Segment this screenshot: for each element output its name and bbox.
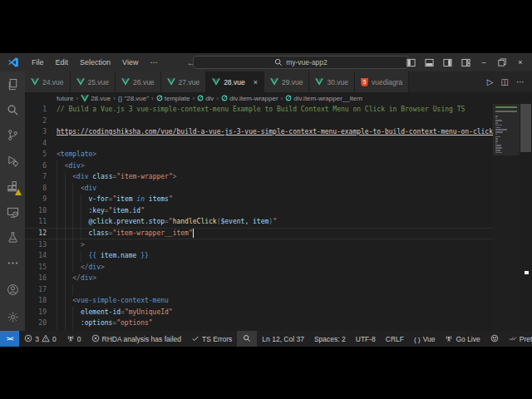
toggle-panel-right-icon[interactable] [441, 56, 454, 69]
tab-24-vue[interactable]: 24.vue [25, 71, 71, 92]
status-language-mode[interactable]: { }Vue [409, 331, 440, 347]
activity-source-control-icon[interactable] [0, 123, 25, 149]
code-line-8[interactable]: 8<div [25, 183, 493, 195]
tab-close-icon[interactable]: × [254, 78, 258, 86]
line-number: 3 [25, 126, 47, 138]
menu-file[interactable]: File [26, 53, 50, 71]
status-rhda-status[interactable]: RHDA analysis has failed [86, 331, 186, 347]
breadcrumb-item[interactable]: {} "28.vue" [118, 95, 149, 102]
code-content[interactable]: 1// Build a Vue.js 3 vue-simple-context-… [25, 104, 493, 331]
status-ports[interactable]: 0 [62, 331, 86, 347]
status-label: 0 [52, 335, 57, 343]
code-line-13[interactable]: 13> [25, 239, 493, 251]
breadcrumb-item[interactable]: div.item-wrapper [221, 95, 278, 102]
activity-explorer-icon[interactable] [0, 71, 25, 97]
status-ts-errors[interactable]: TS Errors [186, 331, 237, 347]
customize-layout-icon[interactable] [459, 56, 472, 69]
text-cursor [193, 229, 194, 238]
activity-search-icon[interactable] [0, 97, 25, 123]
activity-accounts-icon[interactable] [0, 276, 25, 303]
code-line-19[interactable]: 19element-id="myUniqueId" [25, 307, 493, 318]
minimap-line [495, 145, 501, 146]
status-problems[interactable]: 30 [19, 331, 61, 347]
tab-label: vuediagra [372, 78, 402, 86]
line-number: 8 [25, 183, 47, 195]
activity-settings-icon[interactable] [0, 303, 25, 331]
remote-indicator[interactable]: >< [0, 331, 19, 347]
tab-25-vue[interactable]: 25.vue [71, 71, 116, 92]
warning-icon [42, 334, 50, 344]
status-search-status[interactable] [237, 331, 257, 347]
tab-29-vue[interactable]: 29.vue [264, 71, 310, 92]
menu-[interactable]: ⋯ [144, 53, 163, 71]
code-line-14[interactable]: 14{{ item.name }} [25, 250, 493, 262]
code-line-5[interactable]: 5<template> [25, 149, 493, 160]
activity-testing-icon[interactable] [0, 225, 25, 251]
breadcrumb-item[interactable]: div.item-wrapper__item [285, 95, 362, 102]
scrollbar-thumb[interactable] [520, 104, 531, 152]
vertical-scrollbar[interactable] [520, 104, 532, 331]
code-line-17[interactable]: 17 [25, 284, 493, 296]
activity-run-and-debug-icon[interactable] [0, 148, 25, 174]
minimize-icon[interactable]: – [477, 56, 490, 69]
code-line-12[interactable]: 12class="item-wrapper__item" [25, 228, 493, 239]
activity-more-icon[interactable] [0, 250, 25, 276]
tab-label: 28.vue [224, 78, 245, 86]
menu-selection[interactable]: Selection [74, 53, 116, 71]
breadcrumb-item[interactable]: future [57, 95, 73, 102]
status-cursor-position[interactable]: Ln 12, Col 37 [257, 331, 309, 347]
breadcrumb-separator: › [151, 95, 154, 102]
code-line-20[interactable]: 20:options="options" [25, 318, 493, 329]
line-number: 19 [25, 307, 47, 318]
code-line-1[interactable]: 1// Build a Vue.js 3 vue-simple-context-… [25, 104, 493, 116]
code-line-9[interactable]: 9v-for="item in items" [25, 194, 493, 205]
code-line-7[interactable]: 7<div class="item-wrapper"> [25, 171, 493, 183]
code-line-10[interactable]: 10:key="item.id" [25, 205, 493, 217]
tab-27-vue[interactable]: 27.vue [161, 71, 207, 92]
line-number: 10 [25, 205, 47, 217]
more-actions-icon[interactable]: ⋯ [516, 77, 525, 86]
minimap-line [495, 140, 498, 142]
minimap[interactable] [493, 104, 520, 331]
split-editor-icon[interactable]: ◫ [501, 77, 509, 86]
status-go-live[interactable]: Go Live [440, 331, 485, 347]
code-line-3[interactable]: 3https://codingshiksha.com/vue/build-a-v… [25, 126, 493, 138]
activity-remote-explorer-icon[interactable] [0, 200, 25, 225]
status-encoding[interactable]: UTF-8 [351, 331, 381, 347]
tab-vuediagra[interactable]: 5vuediagra [355, 71, 409, 92]
status-prettier[interactable]: Prettier [504, 331, 532, 347]
command-center-search[interactable]: my-vue-app2 [193, 56, 409, 69]
code-line-2[interactable]: 2 [25, 116, 493, 127]
line-number: 4 [25, 138, 47, 150]
breadcrumb-item[interactable]: 28.vue [81, 95, 111, 102]
code-editor[interactable]: 1// Build a Vue.js 3 vue-simple-context-… [25, 104, 532, 331]
breadcrumb-separator: › [216, 95, 219, 102]
menu-edit[interactable]: Edit [50, 53, 75, 71]
breadcrumb[interactable]: future›28.vue›{} "28.vue"›template›div›d… [57, 92, 499, 104]
tab-26-vue[interactable]: 26.vue [116, 71, 161, 92]
code-line-6[interactable]: 6<div> [25, 160, 493, 172]
toggle-panel-left-icon[interactable] [404, 56, 417, 69]
close-icon[interactable]: × [514, 56, 527, 69]
breadcrumb-item[interactable]: div [197, 95, 214, 102]
restore-icon[interactable] [495, 56, 509, 69]
menu-view[interactable]: View [116, 53, 144, 71]
activity-extensions-icon[interactable] [0, 174, 25, 200]
run-file-icon[interactable]: ▷ [487, 77, 494, 86]
status-indentation[interactable]: Spaces: 2 [309, 331, 351, 347]
tower-icon [445, 334, 453, 344]
tab-28-vue[interactable]: 28.vue× [206, 71, 264, 92]
code-line-4[interactable]: 4 [25, 138, 493, 150]
toggle-panel-bottom-icon[interactable] [422, 56, 436, 69]
status-eol[interactable]: CRLF [381, 331, 409, 347]
status-feedback[interactable] [485, 331, 504, 347]
code-line-15[interactable]: 15</div> [25, 262, 493, 273]
code-line-18[interactable]: 18<vue-simple-context-menu [25, 295, 493, 307]
smiley-icon [490, 334, 499, 344]
code-line-11[interactable]: 11@click.prevent.stop="handleClick($even… [25, 216, 493, 228]
code-line-16[interactable]: 16</div> [25, 273, 493, 284]
tab-label: 30.vue [327, 78, 348, 86]
breadcrumb-item[interactable]: template [156, 95, 190, 102]
tab-30-vue[interactable]: 30.vue [309, 71, 355, 92]
line-number: 7 [25, 171, 47, 183]
